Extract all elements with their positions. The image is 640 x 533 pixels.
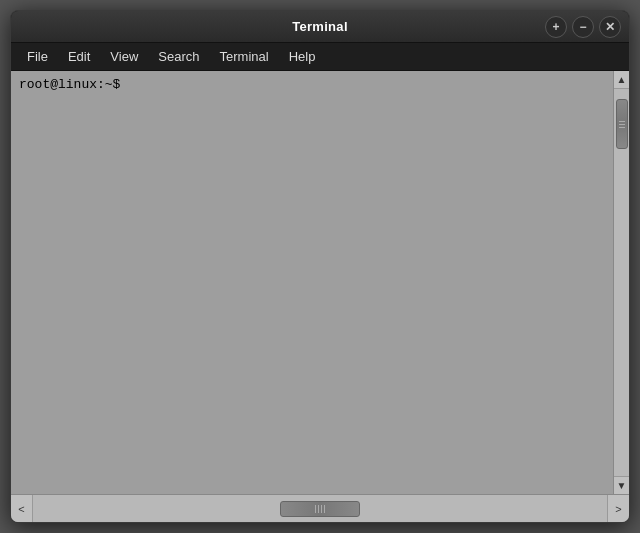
terminal-container: root@linux:~$ ▲ ▼ (11, 71, 629, 494)
terminal-window: Terminal + − ✕ File Edit View Search Ter… (10, 10, 630, 523)
grip-line-2 (619, 124, 625, 125)
close-button[interactable]: ✕ (599, 16, 621, 38)
scrollbar-horizontal-bar: < > (11, 494, 629, 522)
scroll-up-arrow[interactable]: ▲ (614, 71, 630, 89)
menu-terminal[interactable]: Terminal (210, 46, 279, 67)
scroll-left-arrow[interactable]: < (11, 495, 33, 523)
grip-line-h-3 (321, 505, 322, 513)
scroll-down-arrow[interactable]: ▼ (614, 476, 630, 494)
menu-edit[interactable]: Edit (58, 46, 100, 67)
scroll-grip (619, 121, 625, 128)
menu-search[interactable]: Search (148, 46, 209, 67)
scrollbar-vertical: ▲ ▼ (613, 71, 629, 494)
minimize-button[interactable]: − (572, 16, 594, 38)
terminal-content[interactable]: root@linux:~$ (11, 71, 613, 494)
grip-line-1 (619, 121, 625, 122)
grip-line-3 (619, 127, 625, 128)
scroll-grip-h (315, 505, 325, 513)
menu-view[interactable]: View (100, 46, 148, 67)
window-title: Terminal (292, 19, 348, 34)
add-button[interactable]: + (545, 16, 567, 38)
scroll-thumb-horizontal[interactable] (280, 501, 360, 517)
scroll-track-vertical[interactable] (614, 89, 629, 476)
menu-bar: File Edit View Search Terminal Help (11, 43, 629, 71)
title-bar: Terminal + − ✕ (11, 11, 629, 43)
grip-line-h-2 (318, 505, 319, 513)
menu-file[interactable]: File (17, 46, 58, 67)
scroll-thumb-vertical[interactable] (616, 99, 628, 149)
grip-line-h-1 (315, 505, 316, 513)
menu-help[interactable]: Help (279, 46, 326, 67)
grip-line-h-4 (324, 505, 325, 513)
scroll-right-arrow[interactable]: > (607, 495, 629, 523)
window-controls: + − ✕ (545, 16, 621, 38)
scroll-track-horizontal[interactable] (33, 495, 607, 522)
terminal-prompt: root@linux:~$ (19, 77, 120, 92)
